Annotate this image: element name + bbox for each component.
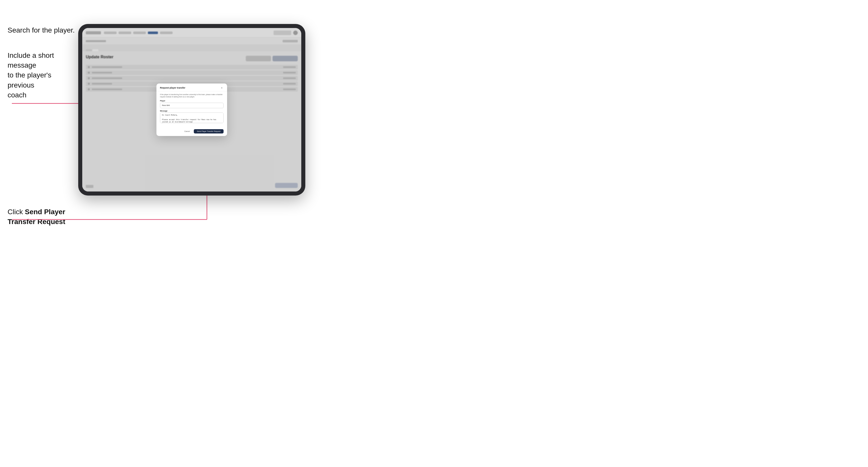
modal-title: Request player transfer [160, 87, 185, 89]
tablet-device: Update Roster [78, 24, 305, 195]
send-transfer-button[interactable]: Send Player Transfer Request [194, 129, 223, 133]
app-background: Update Roster [82, 28, 301, 191]
modal-header: Request player transfer × [156, 84, 227, 91]
modal-description: If the player is transferring from anoth… [160, 93, 223, 98]
annotation-area: Search for the player. Include a short m… [0, 0, 78, 467]
message-textarea[interactable]: Hi Coach McHarg, Please accept this tran… [160, 113, 223, 123]
modal-overlay: Request player transfer × If the player … [82, 28, 301, 191]
close-button[interactable]: × [220, 86, 223, 90]
player-input[interactable] [160, 103, 223, 108]
player-label: Player [160, 100, 223, 102]
tablet-outer: Update Roster [78, 24, 305, 195]
tablet-screen: Update Roster [82, 28, 301, 191]
modal-body: If the player is transferring from anoth… [156, 91, 227, 129]
annotation-message: Include a short message to the player's … [7, 51, 76, 100]
cancel-button[interactable]: Cancel [182, 129, 192, 133]
message-label: Message [160, 110, 223, 112]
annotation-search: Search for the player. [7, 25, 75, 35]
modal-footer: Cancel Send Player Transfer Request [156, 129, 227, 136]
transfer-modal: Request player transfer × If the player … [156, 84, 227, 136]
annotation-click: Click Send Player Transfer Request [7, 207, 76, 226]
